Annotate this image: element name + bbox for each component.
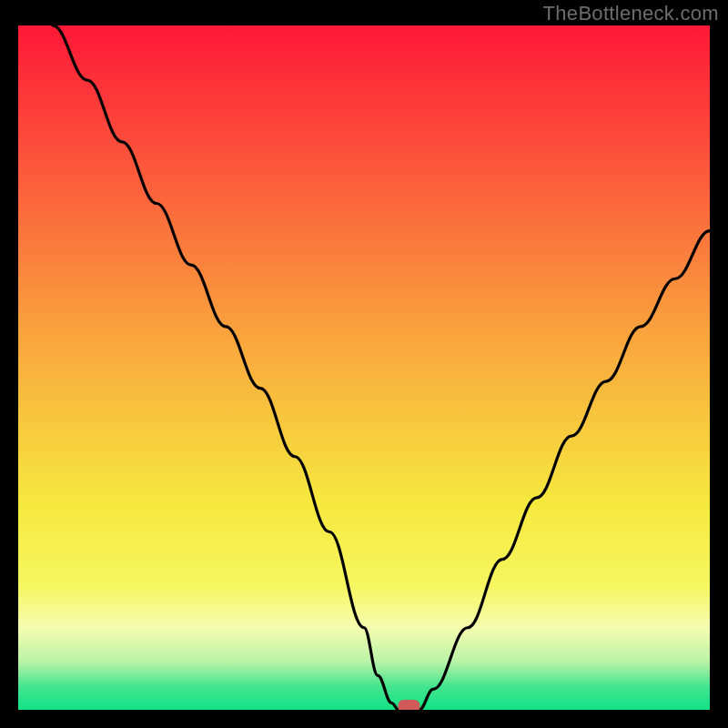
gradient-background bbox=[18, 25, 710, 710]
chart-frame: TheBottleneck.com bbox=[0, 0, 728, 728]
plot-area bbox=[18, 25, 710, 710]
optimal-marker bbox=[398, 700, 420, 710]
watermark-label: TheBottleneck.com bbox=[543, 2, 719, 25]
bottleneck-chart bbox=[18, 25, 710, 710]
